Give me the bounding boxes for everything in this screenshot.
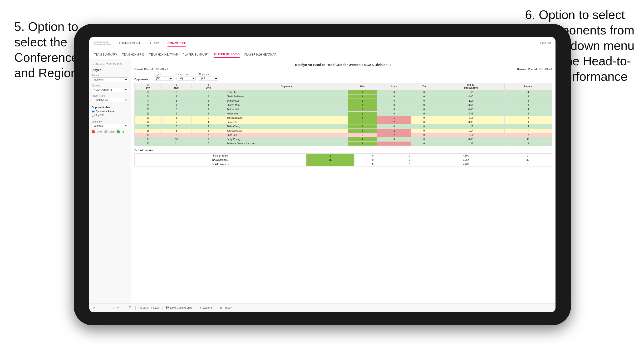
cell-win: 2 (348, 142, 377, 146)
color-dot-down (92, 130, 95, 134)
subnav-team-summary[interactable]: TEAM SUMMARY (94, 52, 117, 57)
cell-rounds: 7 (504, 129, 552, 133)
toolbar-divider-3 (196, 306, 196, 310)
cell-opponent: Jessica Mason (225, 129, 348, 133)
cell-opponent: Stella Cheng (225, 124, 348, 129)
out-table-row: Foreign Team 1 0 0 4.500 2 (135, 154, 552, 158)
th-reg: #Reg (161, 83, 191, 90)
cell-opponent: Heejo Hyun (225, 112, 348, 116)
cell-loss: 2 (377, 133, 411, 137)
toolbar-watch[interactable]: 👁 Watch ▾ (200, 306, 212, 310)
toolbar-share[interactable]: Share (225, 307, 232, 310)
cell-div: 5 (135, 95, 162, 99)
toolbar-cut[interactable]: ✂ (117, 306, 119, 310)
cell-tie: 0 (411, 107, 437, 112)
table-row: 20 11 7 Federica Domecq Lacroze 2 1 0 1.… (135, 142, 552, 146)
sidebar-player-rank-select[interactable]: 8. Katelyn Vo (92, 98, 128, 102)
toolbar-dots[interactable]: ··· (123, 307, 125, 310)
th-opponent: Opponent (225, 83, 348, 90)
cell-diff: -1.00 (437, 99, 504, 103)
sidebar-gender-select[interactable]: Women's (92, 77, 128, 82)
filter-conference-label: Conference (176, 73, 196, 76)
table-row: 3 3 1 Esther Lee 1 0 0 1.50 4 (135, 90, 552, 95)
subnav-player-h2h-grid[interactable]: PLAYER H2H GRID (214, 51, 240, 58)
th-loss: Loss (377, 83, 411, 90)
toolbar-grid[interactable]: ⧉ (220, 306, 222, 310)
toolbar-clock[interactable]: ⏰ (128, 306, 132, 310)
cell-diff: 0.38 (437, 120, 504, 124)
sidebar-division-select[interactable]: NCAA Division III (92, 88, 128, 92)
cell-tie: 0 (411, 95, 437, 99)
cell-diff: 3.67 (437, 103, 504, 107)
app-navbar: SCOREBOARD Powered by clippd TOURNAMENTS… (89, 37, 556, 50)
sign-out-link[interactable]: Sign out (540, 41, 551, 45)
cell-rounds: 3 (504, 95, 552, 99)
sidebar-radio-opponents-played[interactable]: Opponents Played (92, 110, 128, 113)
cell-reg: 3 (161, 99, 191, 103)
filter-conference-select[interactable]: (All) (176, 76, 196, 81)
filter-opponent-group: Opponent (All) (199, 73, 218, 81)
toolbar-undo[interactable]: ↺ (93, 306, 95, 310)
toolbar-forward[interactable]: → (105, 307, 107, 310)
cell-reg: 2 (161, 112, 191, 116)
subnav-team-h2h-grid[interactable]: TEAM H2H GRID (122, 52, 144, 57)
toolbar-view-original[interactable]: 🖥 View: Original (139, 307, 159, 310)
nav-teams[interactable]: TEAMS (150, 40, 160, 46)
out-cell-rounds: 10 (504, 162, 552, 167)
nav-committee[interactable]: COMMITTEE (168, 40, 186, 46)
cell-opponent: Andrea York (225, 107, 348, 112)
out-cell-win: 1 (306, 154, 354, 158)
cell-div: 11 (135, 112, 162, 116)
cell-loss: 0 (377, 124, 411, 129)
cell-loss: 0 (377, 112, 411, 116)
table-row: 5 2 2 Alexis Sudjianto 1 0 0 4.00 3 (135, 95, 552, 99)
table-row: 15 8 5 Stella Cheng 1 0 0 1.25 4 (135, 124, 552, 129)
cell-conf: 4 (192, 103, 225, 107)
toolbar-expand[interactable]: ⛶ (111, 307, 114, 310)
toolbar-save-custom[interactable]: 💾 Save Custom View (166, 306, 192, 310)
cell-opponent: Emily Chang (225, 137, 348, 142)
filter-conference-group: Conference (All) (176, 73, 196, 81)
cell-win: 1 (348, 116, 377, 120)
panel-title: Katelyn Vo Head-to-Head Grid for Women's… (134, 63, 552, 67)
cell-conf: 3 (192, 107, 225, 112)
main-content: Last Updated: 27/03/2024 10:34 Player Ge… (89, 59, 556, 303)
sidebar: Last Updated: 27/03/2024 10:34 Player Ge… (89, 59, 131, 303)
cell-loss: 0 (377, 103, 411, 107)
cell-rounds: 11 (504, 137, 552, 142)
sidebar-radio-top100[interactable]: Top 100 (92, 114, 128, 117)
subnav-team-h2h-heatmap[interactable]: TEAM H2H HEATMAP (149, 52, 178, 57)
cell-loss: 0 (377, 99, 411, 103)
subnav-player-h2h-heatmap[interactable]: PLAYER H2H HEATMAP (244, 52, 276, 57)
toolbar-divider-4 (216, 306, 216, 310)
filter-region-select[interactable]: (All) (154, 76, 173, 81)
cell-reg: 7 (161, 120, 191, 124)
cell-diff: -0.94 (437, 129, 504, 133)
out-cell-diff: 9.267 (428, 158, 504, 162)
out-cell-loss: 0 (354, 158, 391, 162)
cell-conf: 6 (192, 129, 225, 133)
th-conf: #Conf (192, 83, 225, 90)
th-rounds: Rounds (504, 83, 552, 90)
cell-win: 1 (348, 103, 377, 107)
color-label-level: Level (110, 131, 115, 133)
subnav-player-summary[interactable]: PLAYER SUMMARY (183, 52, 209, 57)
cell-opponent: Eunice Yi (225, 120, 348, 124)
cell-diff: 3.33 (437, 112, 504, 116)
out-cell-name: NCAA Division 2 (135, 162, 306, 167)
nav-tournaments[interactable]: TOURNAMENTS (119, 40, 142, 46)
filter-opponent-select[interactable]: (All) (199, 76, 218, 81)
cell-tie: 0 (411, 112, 437, 116)
out-division-table: Foreign Team 1 0 0 4.500 2 NAIA Division… (134, 154, 552, 167)
cell-rounds: 2 (504, 116, 552, 120)
cell-tie: 0 (411, 133, 437, 137)
toolbar-back[interactable]: ← (98, 307, 101, 310)
table-row: 13 1 1 Jessica Huang 1 1 0 -3.00 2 (135, 116, 552, 120)
cell-tie: 0 (411, 116, 437, 120)
sidebar-colour-select[interactable]: Win/loss (92, 124, 128, 128)
cell-div: 15 (135, 124, 162, 129)
cell-conf: 2 (192, 95, 225, 99)
cell-loss: 0 (377, 90, 411, 95)
table-row: 14 7 4 Eunice Yi 2 2 0 0.38 9 (135, 120, 552, 124)
cell-reg: 2 (161, 133, 191, 137)
